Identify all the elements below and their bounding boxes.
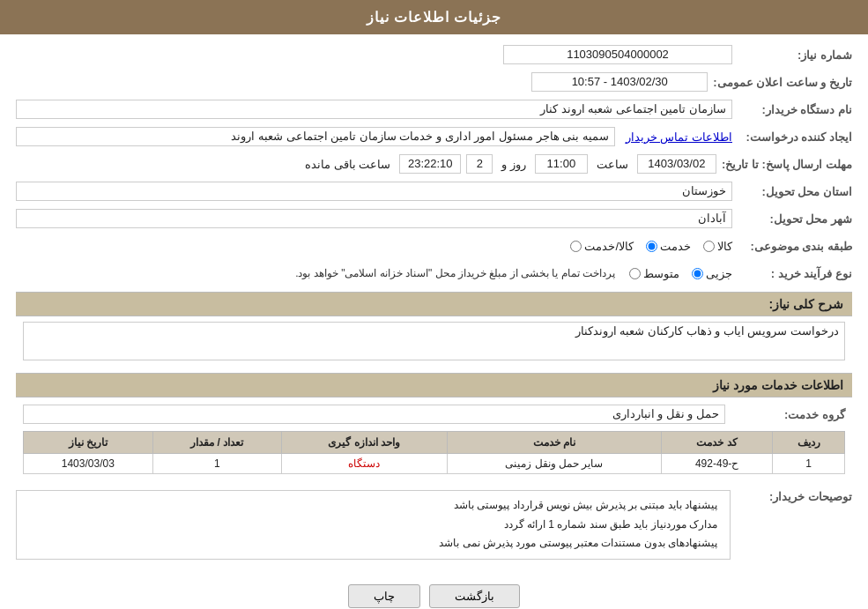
buyer-notes-row: توصیحات خریدار: پیشنهاد باید مبتنی بر پذ… <box>16 486 852 563</box>
category-radio-kala[interactable] <box>703 241 715 252</box>
deadline-date: 1403/03/02 <box>637 154 716 174</box>
deadline-label: مهلت ارسال پاسخ: تا تاریخ: <box>722 158 852 171</box>
header-title: جزئیات اطلاعات نیاز <box>367 10 502 25</box>
creator-contact-link[interactable]: اطلاعات تماس خریدار <box>626 130 732 144</box>
page-wrapper: جزئیات اطلاعات نیاز شماره نیاز: 11030905… <box>0 0 868 609</box>
main-content: شماره نیاز: 1103090504000002 تاریخ و ساع… <box>0 34 868 609</box>
services-content: گروه خدمت: حمل و نقل و انبارداری ردیف کد… <box>16 397 852 479</box>
purchase-type-option-jozyi: جزیی <box>692 267 732 280</box>
announcement-value: 1403/02/30 - 10:57 <box>531 72 708 92</box>
category-option-khadamat: خدمت <box>646 240 691 253</box>
service-group-row: گروه خدمت: حمل و نقل و انبارداری <box>23 403 845 426</box>
purchase-radio-jozyi[interactable] <box>692 268 703 279</box>
services-section: اطلاعات خدمات مورد نیاز گروه خدمت: حمل و… <box>16 373 852 479</box>
creator-value: سمیه بنی هاجر مسئول امور اداری و خدمات س… <box>16 127 615 146</box>
service-group-value: حمل و نقل و انبارداری <box>23 405 725 424</box>
category-option-kala: کالا <box>703 240 732 253</box>
category-khadamat-label: خدمت <box>660 240 691 253</box>
page-header: جزئیات اطلاعات نیاز <box>0 0 868 34</box>
deadline-time-label: ساعت <box>597 158 628 171</box>
creator-label: ایجاد کننده درخواست: <box>738 130 852 144</box>
deadline-remaining: 23:22:10 <box>399 154 461 174</box>
purchase-radio-motawaset[interactable] <box>629 268 641 279</box>
category-option-kala-khadamat: کالا/خدمت <box>570 240 634 253</box>
table-row: 1 ح-49-492 سایر حمل ونقل زمینی دستگاه 1 … <box>24 454 845 474</box>
cell-date: 1403/03/03 <box>24 454 153 474</box>
service-table: ردیف کد خدمت نام خدمت واحد اندازه گیری ت… <box>23 431 845 474</box>
col-row: ردیف <box>773 432 845 454</box>
purchase-type-option-motawaset: متوسط <box>629 267 679 280</box>
province-label: استان محل تحویل: <box>738 185 852 198</box>
category-row: طبقه بندی موضوعی: کالا/خدمت خدمت کالا <box>16 234 852 257</box>
announcement-row: تاریخ و ساعت اعلان عمومی: 1403/02/30 - 1… <box>16 71 852 93</box>
city-value: آبادان <box>16 209 732 228</box>
buyer-notes-label: توصیحات خریدار: <box>738 490 852 503</box>
print-button[interactable]: چاپ <box>348 584 420 608</box>
col-unit: واحد اندازه گیری <box>282 432 448 454</box>
province-row: استان محل تحویل: خوزستان <box>16 180 852 203</box>
purchase-jozyi-label: جزیی <box>706 267 732 280</box>
deadline-day-label: روز و <box>501 158 526 171</box>
button-row: بازگشت چاپ <box>16 572 852 609</box>
buyer-org-row: نام دستگاه خریدار: سازمان تامین اجتماعی … <box>16 98 852 121</box>
need-description-title: شرح کلی نیاز: <box>16 292 852 316</box>
services-title-text: اطلاعات خدمات مورد نیاز <box>713 378 843 392</box>
col-quantity: تعداد / مقدار <box>152 432 281 454</box>
col-service-code: کد خدمت <box>662 432 773 454</box>
buyer-notes-line: پیشنهادهای بدون مستندات معتبر پیوستی مور… <box>29 534 717 553</box>
cell-service-name: سایر حمل ونقل زمینی <box>447 454 661 474</box>
need-description-row: درخواست سرویس ایاب و ذهاب کارکنان شعبه ا… <box>16 316 852 366</box>
category-kala-label: کالا <box>717 240 732 253</box>
need-number-row: شماره نیاز: 1103090504000002 <box>16 43 852 66</box>
back-button[interactable]: بازگشت <box>429 584 520 608</box>
cell-quantity: 1 <box>152 454 281 474</box>
purchase-motawaset-label: متوسط <box>643 267 679 280</box>
buyer-notes-line: مدارک موردنیاز باید طبق سند شماره 1 ارائ… <box>29 516 717 535</box>
creator-row: ایجاد کننده درخواست: اطلاعات تماس خریدار… <box>16 125 852 148</box>
cell-row: 1 <box>773 454 845 474</box>
buyer-org-label: نام دستگاه خریدار: <box>738 103 852 116</box>
purchase-type-text: پرداخت تمام یا بخشی از مبلغ خریداز محل "… <box>295 267 615 279</box>
category-label: طبقه بندی موضوعی: <box>738 240 852 253</box>
cell-unit: دستگاه <box>282 454 448 474</box>
category-radio-kala-khadamat[interactable] <box>570 241 582 252</box>
purchase-type-label: نوع فرآیند خرید : <box>738 267 852 280</box>
province-value: خوزستان <box>16 182 732 201</box>
col-service-name: نام خدمت <box>447 432 661 454</box>
deadline-time: 11:00 <box>535 154 588 174</box>
cell-service-code: ح-49-492 <box>662 454 773 474</box>
col-date: تاریخ نیاز <box>24 432 153 454</box>
deadline-remaining-label: ساعت باقی مانده <box>305 158 390 171</box>
need-description-value: درخواست سرویس ایاب و ذهاب کارکنان شعبه ا… <box>23 322 845 360</box>
announcement-label: تاریخ و ساعت اعلان عمومی: <box>713 76 852 89</box>
category-radio-khadamat[interactable] <box>646 241 657 252</box>
buyer-notes-line: پیشنهاد باید مبتنی بر پذیرش بیش نویس قرا… <box>29 496 717 516</box>
need-description-section: شرح کلی نیاز: درخواست سرویس ایاب و ذهاب … <box>16 292 852 366</box>
city-row: شهر محل تحویل: آبادان <box>16 207 852 230</box>
deadline-row: مهلت ارسال پاسخ: تا تاریخ: 1403/03/02 سا… <box>16 152 852 175</box>
category-kala-khadamat-label: کالا/خدمت <box>584 240 634 253</box>
buyer-org-value: سازمان تامین اجتماعی شعبه اروند کنار <box>16 100 732 119</box>
services-title: اطلاعات خدمات مورد نیاز <box>16 373 852 397</box>
purchase-type-row: نوع فرآیند خرید : متوسط جزیی پرداخت تمام… <box>16 262 852 285</box>
need-number-label: شماره نیاز: <box>738 48 852 62</box>
buyer-notes-lines: پیشنهاد باید مبتنی بر پذیرش بیش نویس قرا… <box>22 493 724 557</box>
table-header-row: ردیف کد خدمت نام خدمت واحد اندازه گیری ت… <box>24 432 845 454</box>
city-label: شهر محل تحویل: <box>738 212 852 226</box>
service-group-label: گروه خدمت: <box>731 408 845 421</box>
category-radio-group: کالا/خدمت خدمت کالا <box>570 240 732 253</box>
need-number-value: 1103090504000002 <box>503 45 732 64</box>
need-description-title-text: شرح کلی نیاز: <box>769 297 843 311</box>
purchase-type-radio-group: متوسط جزیی <box>629 267 732 280</box>
buyer-notes-content: پیشنهاد باید مبتنی بر پذیرش بیش نویس قرا… <box>16 490 731 560</box>
deadline-days: 2 <box>466 154 493 174</box>
buyer-notes-section: توصیحات خریدار: پیشنهاد باید مبتنی بر پذ… <box>16 486 852 563</box>
